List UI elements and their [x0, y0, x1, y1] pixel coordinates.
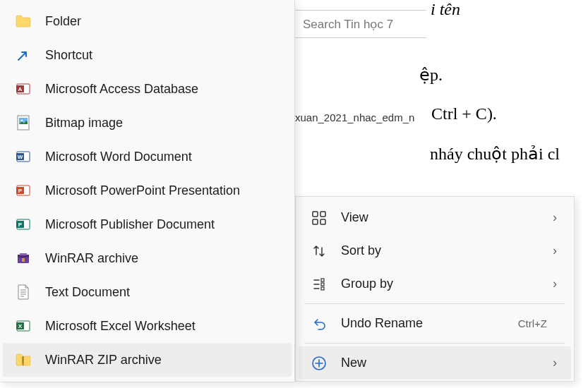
new-item-label: Text Document [45, 285, 130, 300]
group-icon [311, 277, 327, 292]
chevron-right-icon: › [551, 243, 558, 258]
svg-rect-5 [321, 283, 324, 286]
new-excel-worksheet[interactable]: X Microsoft Excel Worksheet [3, 309, 292, 343]
access-icon: A [16, 81, 31, 97]
excel-icon: X [16, 318, 31, 334]
context-menu: View › Sort by › Group by › Undo Rename … [295, 196, 575, 382]
text-icon [16, 284, 31, 300]
new-item-label: Microsoft Access Database [45, 82, 198, 97]
new-item-label: Bitmap image [45, 116, 123, 131]
ctx-label: Group by [341, 277, 551, 291]
file-name-text: xuan_2021_nhac_edm_n [295, 111, 414, 123]
new-item-label: Microsoft PowerPoint Presentation [45, 183, 240, 198]
new-text-document[interactable]: Text Document [3, 275, 292, 309]
svg-text:P: P [18, 188, 23, 194]
chevron-right-icon: › [551, 210, 558, 225]
new-item-label: Microsoft Excel Worksheet [45, 319, 196, 334]
new-item-label: WinRAR archive [45, 251, 138, 266]
ctx-undo-rename[interactable]: Undo Rename Ctrl+Z [299, 307, 571, 340]
bg-text: ệp. [419, 65, 443, 85]
sort-icon [311, 243, 327, 259]
ctx-shortcut: Ctrl+Z [518, 317, 547, 329]
ctx-label: View [341, 210, 551, 225]
ctx-new[interactable]: New › [299, 346, 571, 380]
ctx-group-by[interactable]: Group by › [299, 267, 571, 301]
svg-text:A: A [18, 86, 23, 92]
new-powerpoint-presentation[interactable]: P Microsoft PowerPoint Presentation [3, 174, 292, 207]
bg-text: Ctrl + C). [431, 104, 497, 123]
new-item-label: Shortcut [45, 48, 92, 63]
new-winrar-archive[interactable]: WinRAR archive [3, 241, 292, 275]
svg-text:X: X [18, 323, 23, 329]
publisher-icon: P [16, 217, 31, 232]
undo-icon [311, 316, 327, 332]
shortcut-icon [16, 47, 31, 63]
new-item-label: Folder [45, 14, 81, 29]
new-word-document[interactable]: W Microsoft Word Document [3, 140, 292, 174]
ctx-view[interactable]: View › [299, 201, 571, 234]
svg-rect-30 [22, 356, 24, 365]
new-publisher-document[interactable]: P Microsoft Publisher Document [3, 207, 292, 241]
svg-text:P: P [18, 222, 23, 228]
new-access-database[interactable]: A Microsoft Access Database [3, 72, 292, 106]
new-item-label: Microsoft Word Document [45, 150, 192, 164]
winrar-icon [16, 250, 31, 266]
powerpoint-icon: P [16, 183, 31, 198]
bitmap-icon [16, 115, 31, 131]
new-submenu: Folder Shortcut A Microsoft Access Datab… [0, 0, 295, 382]
chevron-right-icon: › [551, 277, 558, 291]
search-placeholder: Search Tin học 7 [303, 17, 393, 32]
svg-rect-3 [320, 219, 325, 224]
new-winrar-zip-archive[interactable]: WinRAR ZIP archive [3, 343, 292, 377]
svg-rect-25 [20, 253, 27, 255]
view-icon [311, 210, 327, 226]
folder-icon [16, 13, 31, 29]
new-bitmap-image[interactable]: Bitmap image [3, 106, 292, 140]
svg-rect-2 [313, 219, 318, 224]
new-item-label: WinRAR ZIP archive [45, 353, 162, 368]
ctx-sort-by[interactable]: Sort by › [299, 234, 571, 267]
winrar-zip-icon [16, 352, 31, 368]
svg-rect-1 [320, 212, 325, 217]
new-item-label: Microsoft Publisher Document [45, 217, 215, 232]
chevron-right-icon: › [551, 356, 558, 370]
new-shortcut[interactable]: Shortcut [3, 38, 292, 72]
ctx-label: Undo Rename [341, 316, 518, 331]
ctx-label: New [341, 356, 551, 370]
bg-text: i tên [431, 0, 460, 19]
new-folder[interactable]: Folder [3, 4, 292, 38]
separator [304, 303, 565, 304]
bg-text: nháy chuột phải cl [430, 144, 560, 164]
svg-rect-6 [321, 287, 324, 290]
search-input[interactable]: Search Tin học 7 [294, 10, 426, 38]
svg-text:W: W [18, 154, 23, 160]
separator [304, 343, 565, 344]
new-icon [311, 356, 327, 371]
svg-rect-0 [313, 212, 318, 217]
svg-rect-4 [321, 279, 324, 281]
word-icon: W [16, 149, 31, 164]
svg-rect-26 [22, 258, 25, 262]
ctx-label: Sort by [341, 243, 551, 258]
